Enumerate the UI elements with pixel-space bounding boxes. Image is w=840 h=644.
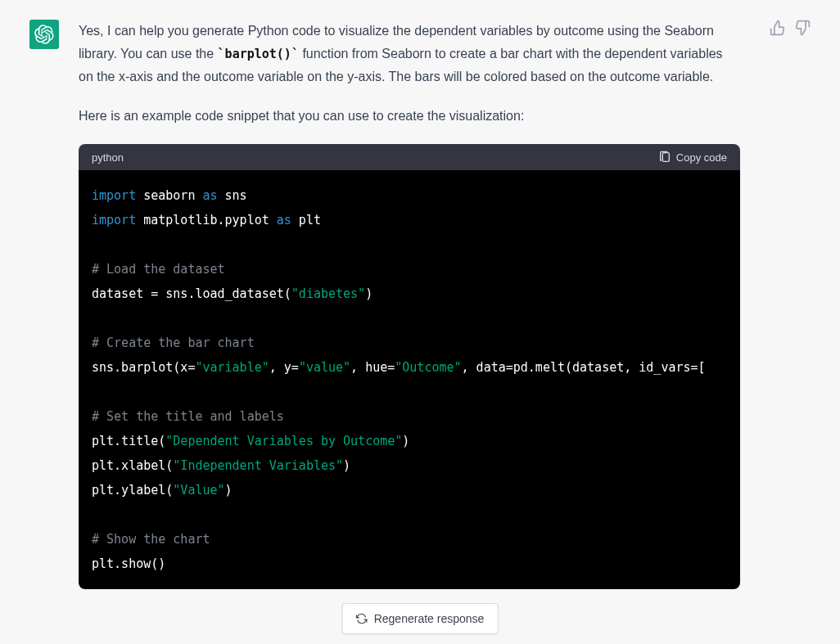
- refresh-icon: [356, 613, 368, 624]
- code-token: dataset = sns.load_dataset(: [92, 286, 291, 301]
- svg-rect-0: [662, 153, 669, 162]
- code-token: plt.show(): [92, 556, 165, 571]
- code-comment: # Load the dataset: [92, 262, 225, 277]
- code-string: "Outcome": [395, 360, 461, 375]
- code-token: seaborn: [136, 188, 202, 203]
- openai-logo-icon: [34, 25, 54, 44]
- code-comment: # Show the chart: [92, 532, 210, 547]
- code-language-label: python: [92, 151, 124, 164]
- code-header: python Copy code: [79, 144, 740, 170]
- regenerate-response-button[interactable]: Regenerate response: [342, 603, 499, 634]
- code-token: plt.xlabel(: [92, 458, 173, 473]
- code-block: python Copy code import seaborn as sns i…: [79, 144, 740, 589]
- code-token: plt.ylabel(: [92, 483, 173, 498]
- code-token: , y=: [269, 360, 299, 375]
- code-token: import: [92, 188, 136, 203]
- code-token: import: [92, 213, 136, 227]
- thumbs-up-icon: [770, 20, 786, 36]
- code-token: sns.barplot(x=: [92, 360, 195, 375]
- assistant-message: Yes, I can help you generate Python code…: [0, 0, 840, 597]
- response-paragraph-1: Yes, I can help you generate Python code…: [79, 20, 740, 88]
- response-paragraph-2: Here is an example code snippet that you…: [79, 105, 740, 128]
- message-content: Yes, I can help you generate Python code…: [79, 20, 740, 597]
- code-string: "value": [299, 360, 350, 375]
- regenerate-label: Regenerate response: [374, 612, 485, 625]
- assistant-avatar: [29, 20, 59, 49]
- code-string: "Independent Variables": [173, 458, 343, 473]
- copy-code-button[interactable]: Copy code: [658, 151, 727, 164]
- code-string: "diabetes": [291, 286, 365, 301]
- code-comment: # Set the title and labels: [92, 409, 284, 424]
- thumbs-down-button[interactable]: [794, 20, 811, 36]
- code-body: import seaborn as sns import matplotlib.…: [79, 170, 740, 589]
- clipboard-icon: [658, 151, 671, 164]
- code-token: plt.title(: [92, 434, 165, 448]
- code-token: ): [402, 434, 409, 448]
- code-token: ): [225, 483, 233, 498]
- code-string: "variable": [195, 360, 269, 375]
- code-token: ): [365, 286, 373, 301]
- code-token: ): [343, 458, 350, 473]
- thumbs-up-button[interactable]: [770, 20, 786, 36]
- code-token: sns: [218, 188, 247, 203]
- copy-code-label: Copy code: [676, 151, 727, 164]
- code-string: "Value": [173, 483, 224, 498]
- code-comment: # Create the bar chart: [92, 336, 255, 350]
- code-token: as: [202, 188, 217, 203]
- code-string: "Dependent Variables by Outcome": [165, 434, 402, 448]
- feedback-buttons: [770, 20, 811, 36]
- thumbs-down-icon: [794, 20, 811, 36]
- code-token: , hue=: [350, 360, 395, 375]
- code-token: matplotlib.pyplot: [136, 213, 277, 227]
- inline-code: `barplot()`: [218, 47, 299, 61]
- code-token: plt: [291, 213, 321, 227]
- code-token: , data=pd.melt(dataset, id_vars=[: [462, 360, 706, 375]
- code-token: as: [277, 213, 291, 227]
